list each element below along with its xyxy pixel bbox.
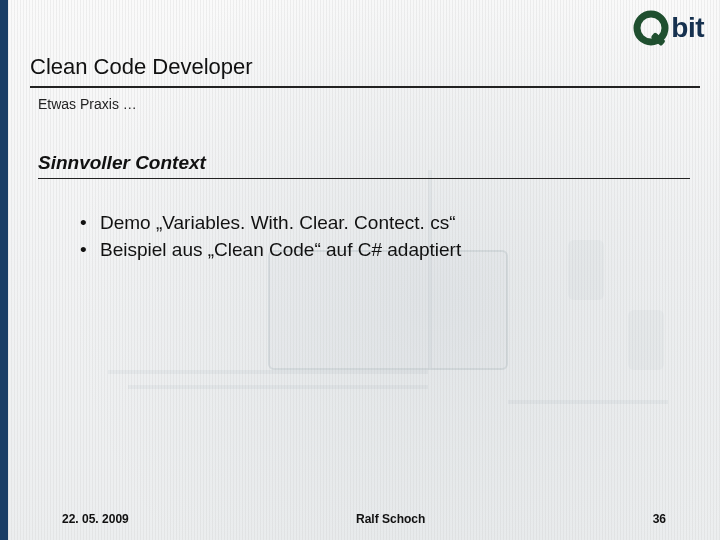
title-region: Clean Code Developer [30, 54, 700, 88]
slide: bit Clean Code Developer Etwas Praxis … … [0, 0, 720, 540]
slide-subtitle: Etwas Praxis … [38, 96, 137, 112]
company-logo: bit [633, 8, 704, 48]
section-heading: Sinnvoller Context [38, 152, 690, 179]
list-item: Beispiel aus „Clean Code“ auf C# adaptie… [80, 237, 680, 264]
list-item: Demo „Variables. With. Clear. Contect. c… [80, 210, 680, 237]
footer-author: Ralf Schoch [129, 512, 653, 526]
logo-text: bit [671, 14, 704, 42]
logo-q-icon [633, 8, 673, 48]
bullet-list: Demo „Variables. With. Clear. Contect. c… [80, 210, 680, 263]
footer-date: 22. 05. 2009 [62, 512, 129, 526]
footer-page-number: 36 [653, 512, 666, 526]
slide-footer: 22. 05. 2009 Ralf Schoch 36 [8, 512, 720, 526]
slide-title: Clean Code Developer [30, 54, 700, 88]
